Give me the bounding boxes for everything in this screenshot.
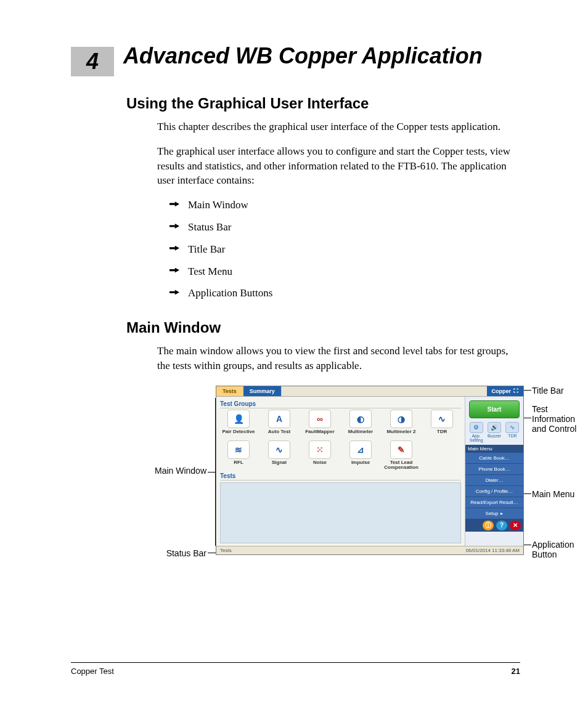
callout-leader	[523, 418, 531, 418]
test-tdr[interactable]: ∿TDR	[423, 410, 460, 439]
multimeter2-icon: ◑	[390, 410, 412, 428]
app-title-bar: Copper ⛶	[487, 386, 524, 396]
start-button[interactable]: Start	[469, 400, 520, 418]
app-main-area: Test Groups 👤Pair Detective AAuto Test ∞…	[216, 397, 465, 546]
test-signal[interactable]: ∿Signal	[261, 440, 298, 470]
close-button[interactable]: ✕	[510, 521, 521, 530]
bullet-list: Main Window Status Bar Title Bar Test Me…	[169, 198, 520, 301]
buzzer-button[interactable]: 🔊Buzzer	[486, 422, 502, 442]
multimeter-icon: ◐	[349, 410, 372, 428]
callout-leader	[523, 493, 531, 494]
callout-test-info: Test Information and Control	[532, 404, 587, 434]
icon-label: FaultMapper	[305, 429, 335, 439]
tests-label: Tests	[220, 473, 461, 481]
icon-label: Buzzer	[488, 434, 501, 438]
test-multimeter-2[interactable]: ◑Multimeter 2	[383, 410, 420, 439]
lead-comp-icon: ✎	[390, 440, 412, 459]
tdr-mini-icon: ∿	[505, 422, 519, 433]
test-rfl[interactable]: ≋RFL	[220, 440, 257, 470]
chevron-right-icon: ▸	[500, 511, 503, 516]
test-lead-compensation[interactable]: ✎Test Lead Compensation	[383, 440, 420, 470]
body-paragraph: The graphical user interface allows you …	[157, 144, 515, 188]
status-timestamp: 06/01/2014 11:33:48 AM	[466, 548, 520, 553]
icon-label: RFL	[234, 460, 243, 470]
app-title-label: Copper	[492, 388, 512, 394]
auto-test-icon: A	[268, 410, 290, 428]
app-setting-button[interactable]: ⚙App. Setting	[468, 422, 484, 442]
test-noise[interactable]: ⁙Noise	[301, 440, 338, 470]
icon-label: Impulse	[351, 460, 370, 470]
menu-dialer[interactable]: Dialer…	[465, 475, 523, 486]
icon-row-2: ≋RFL ∿Signal ⁙Noise ⊿Impulse ✎Test Lead …	[220, 440, 461, 470]
icon-label: Multimeter	[348, 429, 373, 439]
test-groups-label: Test Groups	[220, 400, 461, 408]
faultmapper-icon: ∞	[309, 410, 331, 428]
callout-label: Main Menu	[532, 489, 574, 499]
signal-icon: ∿	[268, 440, 290, 459]
page-footer: Copper Test 21	[71, 662, 520, 676]
test-auto-test[interactable]: AAuto Test	[261, 410, 298, 439]
tests-area	[220, 482, 461, 543]
app-status-bar: Tests 06/01/2014 11:33:48 AM	[216, 546, 523, 554]
icon-label: App. Setting	[470, 434, 483, 442]
status-left: Tests	[220, 548, 232, 553]
expand-icon[interactable]: ⛶	[513, 388, 518, 394]
icon-label: TDR	[437, 429, 447, 439]
section-heading-main-window: Main Window	[126, 319, 520, 336]
callout-main-menu: Main Menu	[532, 489, 574, 499]
callout-leader	[523, 390, 531, 391]
menu-cable-book[interactable]: Cable Book…	[465, 453, 523, 464]
side-icon-row: ⚙App. Setting 🔊Buzzer ∿TDR	[465, 422, 523, 445]
setup-label: Setup	[486, 511, 499, 516]
icon-row-1: 👤Pair Detective AAuto Test ∞FaultMapper …	[220, 410, 461, 439]
pair-detective-icon: 👤	[227, 410, 250, 428]
menu-setup[interactable]: Setup▸	[465, 508, 523, 519]
app-window-screenshot: Tests Summary Copper ⛶ Test Groups 👤Pair…	[216, 386, 524, 555]
main-menu-header: Main Menu	[465, 445, 523, 453]
impulse-icon: ⊿	[349, 440, 372, 459]
callout-app-button: Application Button	[532, 540, 581, 559]
test-pair-detective[interactable]: 👤Pair Detective	[220, 410, 257, 439]
tab-summary[interactable]: Summary	[243, 386, 282, 396]
callout-label: Main Window	[155, 466, 206, 476]
menu-config-profile[interactable]: Config / Profile…	[465, 486, 523, 497]
section-heading-gui: Using the Graphical User Interface	[126, 95, 520, 112]
icon-label: TDR	[508, 434, 517, 438]
rfl-icon: ≋	[227, 440, 250, 459]
tab-tests[interactable]: Tests	[216, 386, 243, 396]
gear-icon: ⚙	[470, 422, 483, 433]
list-item: Test Menu	[169, 264, 520, 279]
callout-main-window: Main Window	[133, 466, 206, 476]
callout-leader	[208, 553, 216, 553]
icon-label: Auto Test	[268, 429, 290, 439]
icon-label: Multimeter 2	[386, 429, 415, 439]
chapter-title: Advanced WB Copper Application	[123, 43, 483, 68]
chapter-number: 4	[86, 49, 99, 75]
callout-leader	[523, 545, 531, 545]
callout-label: Test Information and Control	[532, 404, 587, 434]
callout-label: Status Bar	[166, 548, 206, 558]
app-sidebar: Start ⚙App. Setting 🔊Buzzer ∿TDR Main Me…	[465, 397, 523, 546]
chapter-header: 4 Advanced WB Copper Application	[71, 43, 520, 76]
body-paragraph: The main window allows you to view the f…	[157, 344, 515, 373]
list-item: Status Bar	[169, 220, 520, 235]
callout-status-bar: Status Bar	[133, 548, 206, 558]
test-multimeter[interactable]: ◐Multimeter	[342, 410, 379, 439]
tdr-button[interactable]: ∿TDR	[504, 422, 521, 442]
menu-read-export[interactable]: Read/Export Result…	[465, 497, 523, 508]
callout-title-bar: Title Bar	[532, 386, 564, 396]
test-faultmapper[interactable]: ∞FaultMapper	[301, 410, 338, 439]
help-button[interactable]: ?	[496, 521, 507, 530]
footer-title: Copper Test	[71, 667, 114, 676]
list-item: Application Buttons	[169, 286, 520, 301]
menu-phone-book[interactable]: Phone Book…	[465, 464, 523, 475]
info-button[interactable]: ⓘ	[483, 521, 494, 530]
test-impulse[interactable]: ⊿Impulse	[342, 440, 379, 470]
icon-label: Test Lead Compensation	[383, 460, 420, 470]
app-tab-bar: Tests Summary Copper ⛶	[216, 386, 523, 397]
ui-diagram: Main Window Status Bar Title Bar Test In…	[133, 386, 588, 564]
noise-icon: ⁙	[309, 440, 331, 459]
page-number: 21	[512, 667, 520, 676]
speaker-icon: 🔊	[488, 422, 501, 433]
list-item: Main Window	[169, 198, 520, 213]
